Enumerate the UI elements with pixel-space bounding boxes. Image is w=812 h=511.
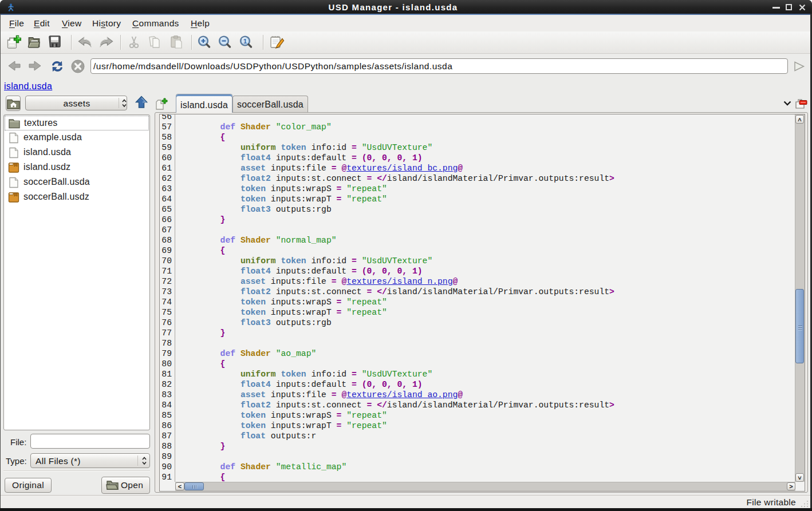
svg-text:1: 1 xyxy=(243,38,247,45)
